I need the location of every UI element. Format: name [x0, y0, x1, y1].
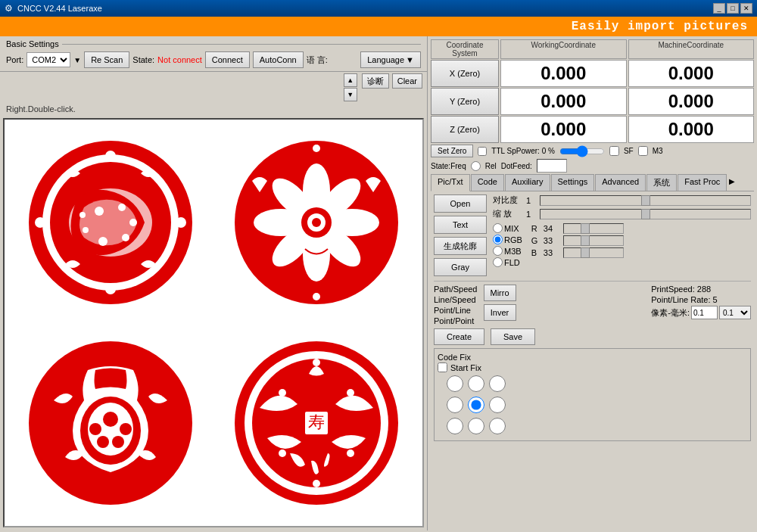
papercut-svg-phoenix: 寿: [229, 340, 403, 506]
canvas-area[interactable]: 寿: [3, 118, 424, 527]
open-button[interactable]: Open: [434, 194, 487, 213]
m3b-radio[interactable]: [493, 246, 503, 256]
fix-radio-tl[interactable]: [447, 375, 463, 392]
svg-point-45: [279, 450, 286, 457]
sf-checkbox[interactable]: [609, 146, 619, 156]
ttl-slider[interactable]: [559, 146, 605, 157]
text-button[interactable]: Text: [434, 216, 487, 234]
z-machine-value: 0.000: [628, 116, 755, 143]
svg-point-28: [313, 145, 320, 152]
point-line-label: Point/Line: [434, 306, 478, 315]
svg-point-44: [347, 389, 354, 397]
mirror-button[interactable]: Mirro: [484, 285, 516, 301]
save-button[interactable]: Save: [491, 328, 535, 345]
start-fix-checkbox[interactable]: [438, 362, 447, 372]
ttl-label: TTL SpPower: 0 %: [491, 147, 555, 155]
gray-button[interactable]: Gray: [434, 258, 487, 276]
fld-radio[interactable]: [493, 257, 503, 267]
b-slider[interactable]: [563, 247, 624, 258]
fix-radio-tr[interactable]: [489, 375, 506, 392]
g-slider[interactable]: [563, 235, 624, 246]
fix-radio-bl[interactable]: [447, 418, 463, 434]
scale-slider[interactable]: [540, 209, 751, 219]
mirror-invert-btns: Mirro Inver: [484, 285, 516, 321]
fix-radio-br[interactable]: [489, 418, 506, 434]
invert-button[interactable]: Inver: [484, 304, 516, 321]
ttl-checkbox[interactable]: [478, 147, 487, 156]
fix-radio-ml[interactable]: [447, 397, 463, 413]
papercut-grid: 寿: [5, 120, 422, 526]
state-freq-label: State:Freq: [431, 162, 466, 170]
g-row: G 33: [531, 235, 624, 246]
pixel-mm-select[interactable]: 0.1 0.2 0.05: [719, 306, 751, 319]
create-button[interactable]: Create: [434, 328, 484, 345]
rgb-radio[interactable]: [493, 235, 503, 244]
autoconn-button[interactable]: AutoConn: [253, 51, 304, 68]
path-speed-label: Path/Speed: [434, 285, 478, 294]
y-zero-button[interactable]: Y (Zero): [431, 88, 499, 115]
maximize-button[interactable]: □: [727, 3, 739, 14]
rescan-button[interactable]: Re Scan: [84, 51, 129, 68]
svg-point-48: [313, 480, 320, 487]
working-coord-label: WorkingCoordinate: [500, 39, 627, 59]
fix-radio-tc[interactable]: [468, 375, 484, 392]
svg-point-4: [95, 207, 104, 216]
scroll-up-button[interactable]: ▲: [344, 73, 357, 87]
tabs-scroll-right[interactable]: ▶: [727, 174, 737, 191]
svg-point-27: [312, 218, 321, 227]
svg-point-47: [313, 359, 320, 366]
x-zero-button[interactable]: X (Zero): [431, 60, 499, 87]
tab-code[interactable]: Code: [471, 174, 504, 191]
machine-coord-label: MachineCoordinate: [628, 39, 755, 59]
pic-settings: 对比度 1 缩 放 1: [493, 194, 751, 276]
language-button[interactable]: Language ▼: [360, 51, 421, 68]
z-zero-button[interactable]: Z (Zero): [431, 116, 499, 143]
contour-button[interactable]: 生成轮廓: [434, 237, 487, 255]
contrast-slider[interactable]: [540, 195, 751, 206]
set-zero-row: Set Zero TTL SpPower: 0 % SF M3: [431, 145, 754, 157]
fix-radio-mc[interactable]: [468, 397, 484, 413]
coord-header: Coordinate System WorkingCoordinate Mach…: [431, 39, 754, 59]
fix-radio-bc[interactable]: [468, 418, 484, 434]
header-banner: Easily import pictures: [0, 17, 757, 36]
coord-system-label: Coordinate System: [431, 39, 499, 59]
rel-radio[interactable]: [471, 161, 481, 171]
clear-button[interactable]: Clear: [392, 73, 422, 89]
connect-button[interactable]: Connect: [205, 51, 250, 68]
mix-radio[interactable]: [493, 223, 503, 233]
port-dropdown-arrow[interactable]: ▼: [73, 56, 81, 64]
port-select[interactable]: COM2 COM1 COM3: [26, 52, 70, 67]
scroll-arrows: ▲ ▼: [344, 73, 357, 101]
minimize-button[interactable]: _: [713, 3, 725, 14]
z-working-value: 0.000: [500, 116, 627, 143]
tab-auxiliary[interactable]: Auxiliary: [505, 174, 550, 191]
lang-prefix: 语 言:: [307, 54, 328, 66]
m3b-radio-row: M3B: [493, 246, 522, 256]
tab-settings[interactable]: Settings: [551, 174, 595, 191]
tab-system[interactable]: 系统: [646, 174, 677, 191]
state-label: State:: [132, 55, 154, 64]
diag-button[interactable]: 诊断: [362, 73, 389, 89]
set-zero-button[interactable]: Set Zero: [431, 145, 473, 157]
start-fix-label: Start Fix: [450, 363, 481, 372]
code-fix-title: Code Fix: [438, 353, 471, 362]
scale-row: 缩 放 1: [493, 208, 751, 219]
close-button[interactable]: ✕: [740, 3, 752, 14]
svg-point-46: [347, 450, 354, 457]
m3-checkbox[interactable]: [638, 146, 648, 156]
dotfeed-input[interactable]: 500: [537, 159, 567, 173]
tab-advanced[interactable]: Advanced: [595, 174, 646, 191]
tab-fast-proc[interactable]: Fast Proc: [678, 174, 727, 191]
tab-pic-txt[interactable]: Pic/Txt: [431, 174, 470, 191]
scroll-down-button[interactable]: ▼: [344, 88, 357, 101]
tabs-container: Pic/Txt Code Auxiliary Settings Advanced…: [431, 174, 754, 191]
r-value: 34: [544, 224, 560, 233]
pixel-mm-input[interactable]: [691, 306, 718, 319]
basic-settings-title: Basic Settings: [6, 39, 421, 48]
path-speed-inner: Path/Speed Line/Speed Point/Line Point/P…: [434, 285, 751, 325]
r-slider[interactable]: [563, 223, 624, 234]
color-mode-radios: MIX RGB M3B: [493, 223, 522, 267]
svg-point-43: [279, 389, 286, 397]
fix-radio-mr[interactable]: [489, 397, 506, 413]
m3-label: M3: [653, 147, 663, 155]
